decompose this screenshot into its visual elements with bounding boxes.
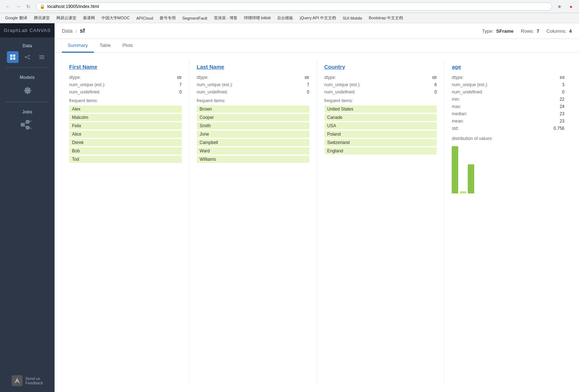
more-options[interactable]: ● — [567, 2, 575, 11]
column-first-name: First Name dtype: str num_unique (est.):… — [62, 60, 189, 385]
sidebar-logo: GraphLab CANVAS — [0, 23, 55, 37]
back-button[interactable]: ← — [4, 2, 12, 11]
freq-item-fn-2: Felix — [69, 122, 182, 129]
svg-rect-3 — [13, 57, 15, 60]
address-bar[interactable]: 🔒 localhost:19005/index.html — [36, 3, 552, 11]
cols-value: 4 — [569, 28, 572, 34]
cols-label: Columns: — [547, 28, 567, 34]
forward-button[interactable]: → — [14, 2, 23, 11]
tab-plots[interactable]: Plots — [117, 39, 139, 53]
undef-value-c: 0 — [435, 89, 437, 95]
rows-value: 7 — [536, 28, 539, 34]
feedback-line1: Send us — [25, 376, 43, 381]
bookmark-admin-template[interactable]: 后台模板 — [275, 15, 295, 21]
dtype-value-a: int — [560, 75, 564, 80]
type-value: SFrame — [496, 28, 514, 34]
bookmark-star[interactable]: ★ — [555, 2, 564, 11]
stat-max-a: max: 24 — [452, 104, 564, 109]
refresh-button[interactable]: ↻ — [24, 2, 33, 11]
bookmark-netease[interactable]: 网易云课堂 — [54, 15, 79, 21]
tab-summary[interactable]: Summary — [62, 39, 94, 53]
type-meta: Type: SFrame — [482, 28, 514, 34]
max-value-a: 24 — [560, 104, 564, 109]
min-label-a: min: — [452, 97, 460, 102]
models-gear-icon[interactable] — [20, 83, 35, 97]
summary-panel: First Name dtype: str num_unique (est.):… — [55, 53, 579, 392]
svg-rect-12 — [21, 123, 24, 127]
freq-label-c: frequent items: — [324, 98, 437, 103]
tab-table[interactable]: Table — [94, 39, 117, 53]
sidebar-section-models: Models — [0, 69, 55, 100]
undef-value-fn: 0 — [179, 89, 182, 95]
bookmark-tencent[interactable]: 腾讯课堂 — [32, 15, 52, 21]
country-title[interactable]: Country — [324, 64, 437, 70]
content-header: Data / sf Type: SFrame Rows: 7 Columns: … — [55, 23, 579, 39]
svg-rect-9 — [39, 55, 44, 56]
table-view-button[interactable] — [7, 51, 19, 63]
freq-item-ln-4: Campbell — [197, 139, 310, 146]
first-name-title[interactable]: First Name — [69, 64, 182, 70]
send-feedback-section[interactable]: Send us Feedback — [6, 369, 49, 392]
dtype-value-c: str — [432, 75, 437, 80]
bookmark-sui-mobile[interactable]: SUI Mobile — [340, 15, 364, 21]
unique-value-a: 3 — [562, 82, 564, 87]
svg-line-15 — [24, 122, 26, 125]
freq-item-ln-1: Cooper — [197, 114, 310, 121]
bookmark-blog[interactable]: 雷涛原 - 博客 — [212, 15, 240, 21]
list-view-button[interactable] — [36, 51, 48, 63]
age-title[interactable]: age — [452, 64, 564, 70]
undef-label-c: num_undefined: — [324, 89, 356, 95]
min-value-a: 22 — [560, 97, 564, 102]
logo-graphlab: GraphLab — [4, 28, 29, 33]
median-value-a: 23 — [560, 111, 564, 116]
max-label-a: max: — [452, 104, 461, 109]
bookmark-bootstrap[interactable]: Bootstrap 中文文档 — [367, 15, 405, 21]
stat-undef-fn: num_undefined: 0 — [69, 89, 182, 95]
distribution-chart — [452, 144, 564, 195]
freq-item-ln-5: Ward — [197, 147, 310, 155]
bookmark-jquery-api[interactable]: jQuery API 中文文档 — [298, 15, 338, 21]
svg-point-6 — [28, 58, 30, 59]
sidebar: GraphLab CANVAS Data — [0, 23, 55, 392]
undef-label-fn: num_undefined: — [69, 89, 100, 95]
dtype-label-a: dtype: — [452, 75, 464, 80]
bookmark-segmentfault[interactable]: SegmentFault — [180, 15, 209, 21]
svg-rect-1 — [13, 55, 15, 57]
column-country: Country dtype: str num_unique (est.): 6 … — [317, 60, 445, 385]
sidebar-section-jobs: Jobs — [0, 104, 55, 135]
bookmarks-bar: Google 翻译 腾讯课堂 网易云课堂 慕课网 中国大学MOOC APIClo… — [0, 13, 579, 23]
freq-item-fn-3: Alice — [69, 131, 182, 138]
header-meta: Type: SFrame Rows: 7 Columns: 4 — [482, 28, 572, 34]
freq-label-fn: frequent items: — [69, 98, 182, 103]
unique-value-c: 6 — [435, 82, 437, 87]
sidebar-divider-1 — [5, 67, 49, 68]
bookmark-china-mooc[interactable]: 中国大学MOOC — [99, 15, 132, 21]
bookmark-apicloud[interactable]: APICloud — [134, 15, 155, 21]
svg-marker-19 — [14, 378, 20, 384]
stat-unique-c: num_unique (est.): 6 — [324, 82, 437, 87]
freq-item-c-1: Canade — [324, 114, 437, 121]
freq-item-fn-1: Malcolm — [69, 114, 182, 121]
jobs-workflow-icon[interactable] — [20, 117, 35, 132]
type-label: Type: — [482, 28, 494, 34]
dist-label-a: distribution of values: — [452, 136, 564, 141]
dtype-label-ln: dtype: — [197, 75, 209, 80]
lock-icon: 🔒 — [40, 4, 45, 9]
std-label-a: std: — [452, 126, 459, 131]
freq-item-fn-0: Alex — [69, 105, 182, 113]
graph-view-button[interactable] — [21, 51, 33, 63]
svg-rect-2 — [10, 57, 12, 60]
bookmark-google-translate[interactable]: Google 翻译 — [3, 15, 29, 21]
bookmark-bilibili[interactable]: 哔哩哔哩 bilibili — [242, 15, 273, 21]
last-name-title[interactable]: Last Name — [197, 64, 310, 70]
mean-label-a: mean: — [452, 119, 464, 124]
undef-label-ln: num_undefined: — [197, 89, 228, 95]
sidebar-label-data: Data — [23, 43, 32, 48]
url-text: localhost:19005/index.html — [47, 4, 99, 9]
unique-label-fn: num_unique (est.): — [69, 82, 105, 87]
stat-unique-ln: num_unique (est.): 7 — [197, 82, 310, 87]
freq-item-c-2: USA — [324, 122, 437, 129]
freq-item-ln-2: Smith — [197, 122, 310, 129]
bookmark-mooc[interactable]: 慕课网 — [81, 15, 97, 21]
bookmark-dial[interactable]: 拨号专用 — [157, 15, 178, 21]
